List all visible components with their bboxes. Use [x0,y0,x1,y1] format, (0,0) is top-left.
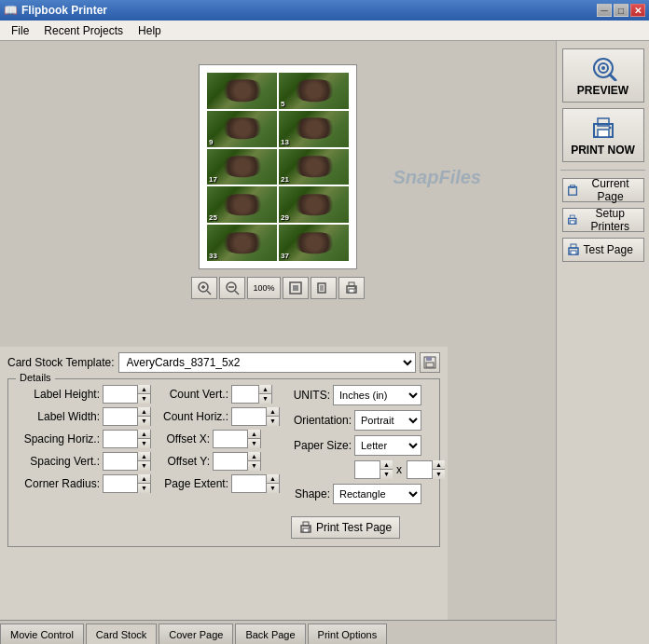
label-height-down[interactable]: ▼ [137,394,150,404]
label-height-value[interactable]: 2.00 [104,386,137,403]
thumb-6: 25 [207,186,277,223]
test-page-button[interactable]: Test Page [562,238,644,262]
paper-dim2-down[interactable]: ▼ [432,470,445,479]
offset-x-input[interactable]: 0.75 ▲▼ [213,430,261,448]
thumb-num-5: 21 [281,175,289,184]
count-horiz-value[interactable]: 2.00 [232,408,266,425]
offset-x-down[interactable]: ▼ [247,439,260,448]
spacing-vert-value[interactable]: 2.00 [104,453,137,470]
minimize-button[interactable]: ─ [597,4,612,17]
count-horiz-down[interactable]: ▼ [266,417,279,426]
thumb-num-3: 13 [281,138,289,146]
corner-radius-input[interactable]: 0 ▲▼ [103,474,151,493]
tab-movie-control[interactable]: Movie Control [0,623,84,644]
tab-cover-page[interactable]: Cover Page [159,623,233,644]
offset-y-input[interactable]: 0.50 ▲▼ [213,452,261,471]
offset-y-up[interactable]: ▲ [247,452,260,461]
label-height-input[interactable]: 2.00 ▲▼ [103,385,151,404]
paper-dim2-up[interactable]: ▲ [432,460,445,470]
count-vert-value[interactable]: 5 [232,386,258,403]
tab-print-options[interactable]: Print Options [308,623,388,644]
svg-rect-22 [303,528,309,532]
count-vert-down[interactable]: ▼ [258,394,271,404]
spacing-horiz-label: Spacing Horiz.: [16,432,100,445]
paper-dim2-input[interactable]: 0 ▲▼ [407,460,444,479]
zoom-out-button[interactable] [219,277,245,299]
paper-dim1-input[interactable]: 0 ▲▼ [354,460,392,479]
page-extent-input[interactable]: 0 ▲▼ [231,474,280,493]
fit-page-button[interactable] [283,277,309,299]
close-button[interactable]: ✕ [630,4,645,17]
page-preview: 5 9 13 17 21 [199,64,357,269]
spacing-horiz-down[interactable]: ▼ [137,439,150,448]
count-horiz-input[interactable]: 2.00 ▲▼ [231,407,280,426]
zoom-percent-button[interactable]: 100% [247,277,281,299]
svg-line-26 [610,75,615,80]
svg-point-27 [601,66,605,70]
label-width-value[interactable]: 3.50 [104,408,137,425]
paper-dim1-value[interactable]: 0 [355,461,380,478]
page-extent-down[interactable]: ▼ [266,484,279,493]
count-horiz-up[interactable]: ▲ [266,407,279,417]
tab-back-page[interactable]: Back Page [235,623,305,644]
setup-printers-button[interactable]: Setup Printers [562,208,644,232]
svg-point-31 [608,126,611,129]
offset-y-down[interactable]: ▼ [247,461,260,471]
maximize-button[interactable]: □ [614,4,628,17]
template-select[interactable]: AveryCards_8371_5x2 [118,352,417,373]
menu-recent-projects[interactable]: Recent Projects [36,21,131,40]
spacing-horiz-value[interactable]: 3.50 [104,431,137,447]
thumb-8: 33 [207,225,277,261]
paper-dim1-up[interactable]: ▲ [380,460,393,470]
paper-dim2-value[interactable]: 0 [407,461,432,478]
settings-panel: Card Stock Template: AveryCards_8371_5x2… [0,347,448,645]
thumb-0 [207,73,277,109]
paper-dim1-down[interactable]: ▼ [380,470,393,479]
offset-x-up[interactable]: ▲ [247,430,260,439]
actual-size-button[interactable] [311,277,337,299]
count-vert-input[interactable]: 5 ▲▼ [231,385,272,404]
thumb-num-8: 33 [209,252,217,260]
zoom-in-button[interactable] [191,277,217,299]
orientation-select[interactable]: Portrait [354,410,421,431]
save-template-button[interactable] [420,352,440,373]
label-width-up[interactable]: ▲ [137,407,150,417]
spacing-vert-down[interactable]: ▼ [137,461,150,471]
count-vert-up[interactable]: ▲ [258,385,271,394]
page-extent-up[interactable]: ▲ [266,474,279,484]
spacing-horiz-input[interactable]: 3.50 ▲▼ [103,430,151,448]
label-width-input[interactable]: 3.50 ▲▼ [103,407,151,426]
spacing-horiz-up[interactable]: ▲ [137,430,150,439]
offset-x-value[interactable]: 0.75 [214,431,247,447]
svg-rect-36 [570,221,574,224]
offset-y-label: Offset Y: [159,455,210,468]
paper-size-select[interactable]: Letter [354,435,421,456]
menu-help[interactable]: Help [131,21,169,40]
corner-radius-value[interactable]: 0 [104,475,137,492]
label-height-up[interactable]: ▲ [137,385,150,394]
current-page-button[interactable]: Current Page [562,178,644,202]
offset-y-value[interactable]: 0.50 [214,453,247,470]
print-now-button[interactable]: PRINT NOW [562,108,644,162]
units-select[interactable]: Inches (in) [333,385,421,405]
shape-select[interactable]: Rectangle [333,484,421,504]
svg-rect-30 [598,130,609,137]
corner-radius-up[interactable]: ▲ [137,474,150,484]
menu-file[interactable]: File [4,21,36,40]
times-symbol: x [396,463,402,476]
print-preview-button[interactable] [338,277,365,299]
template-row: Card Stock Template: AveryCards_8371_5x2 [7,352,440,373]
svg-rect-19 [426,363,434,367]
corner-radius-down[interactable]: ▼ [137,484,150,493]
thumb-num-7: 29 [281,213,289,222]
label-width-down[interactable]: ▼ [137,417,150,426]
thumb-num-6: 25 [209,213,217,222]
preview-button[interactable]: PREVIEW [562,48,644,103]
print-test-button[interactable]: Print Test Page [291,516,400,539]
print-now-label: PRINT NOW [571,144,635,157]
thumb-1: 5 [279,73,349,109]
page-extent-value[interactable]: 0 [232,475,266,492]
spacing-vert-input[interactable]: 2.00 ▲▼ [103,452,151,471]
spacing-vert-up[interactable]: ▲ [137,452,150,461]
tab-card-stock[interactable]: Card Stock [86,623,157,644]
